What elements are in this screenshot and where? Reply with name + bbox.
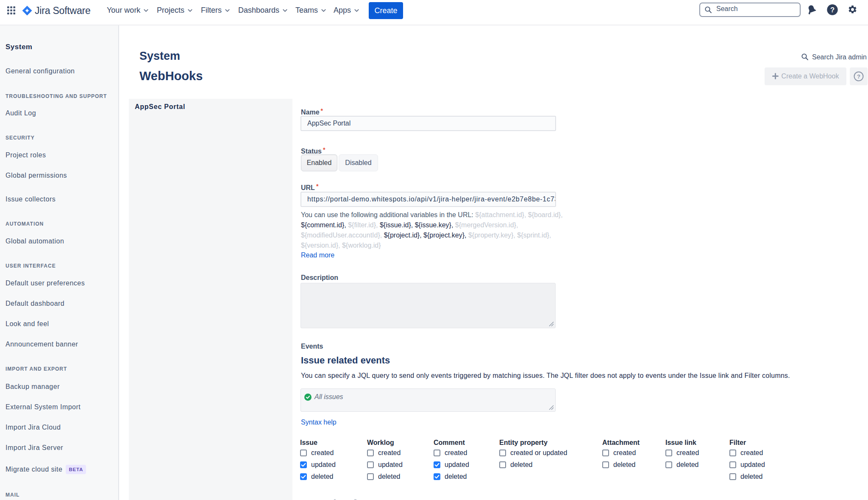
svg-text:?: ? bbox=[857, 73, 860, 80]
svg-text:?: ? bbox=[830, 6, 835, 14]
